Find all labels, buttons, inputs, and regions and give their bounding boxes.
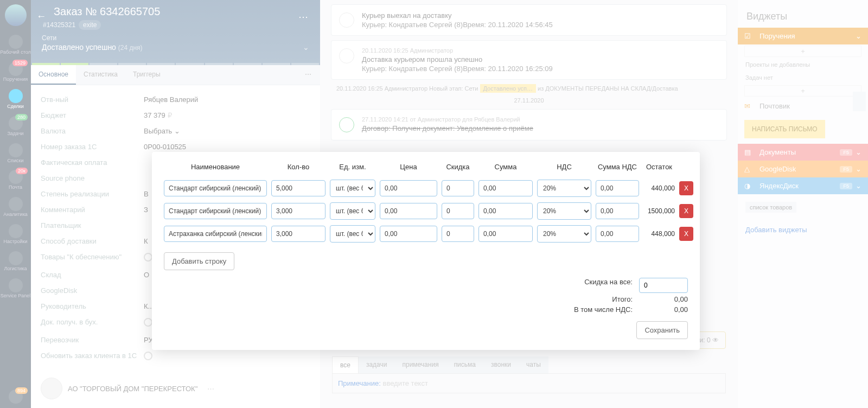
discount-input[interactable] <box>442 203 474 219</box>
unit-select[interactable]: шт. (вес б <box>330 180 375 197</box>
delete-row-button[interactable]: X <box>679 227 693 241</box>
rest-value: 440,000 <box>643 184 675 192</box>
company-block[interactable]: АО "ТОРГОВЫЙ ДОМ "ПЕРЕКРЕСТОК" ⋯ <box>41 378 214 399</box>
name-input[interactable] <box>164 180 267 196</box>
timeline-card: 20.11.2020 16:25 Администратор Доставка … <box>331 40 727 80</box>
logo <box>5 4 27 26</box>
chevron-down-icon: ⌄ <box>856 165 861 173</box>
vatsum-input[interactable] <box>596 180 639 196</box>
timeline-card: 27.11.2020 14:21 от Администратор для Ря… <box>331 109 727 141</box>
nav-desktop[interactable]: Рабочий стол <box>0 31 31 59</box>
rest-value: 1500,000 <box>643 207 675 215</box>
sum-input[interactable] <box>478 226 533 242</box>
company-menu-icon[interactable]: ⋯ <box>207 385 214 393</box>
detail-field[interactable]: Бюджет37 379₽ <box>41 107 310 123</box>
delete-row-button[interactable]: X <box>679 181 693 195</box>
sum-input[interactable] <box>478 203 533 219</box>
qty-input[interactable] <box>271 226 326 242</box>
mail-side-button[interactable] <box>853 92 866 111</box>
detail-field[interactable]: ВалютаВыбрать ⌄ <box>41 123 310 139</box>
col-header: НДС <box>537 163 591 174</box>
nav-settings[interactable]: Настройки <box>0 221 31 248</box>
note-tab-tasks[interactable]: задачи <box>359 356 395 373</box>
note-tab-chats[interactable]: чаты <box>519 356 548 373</box>
goods-list-tag[interactable]: список товаров <box>745 202 796 213</box>
name-input[interactable] <box>164 203 267 219</box>
company-avatar <box>41 378 62 399</box>
vat-select[interactable]: 20% <box>537 202 591 220</box>
vat-select[interactable]: 20% <box>537 225 591 243</box>
chevron-down-icon: ⌄ <box>856 32 861 40</box>
price-input[interactable] <box>380 226 437 242</box>
widget-assignments[interactable]: ☑Поручения⌄ <box>738 28 868 44</box>
company-name: АО "ТОРГОВЫЙ ДОМ "ПЕРЕКРЕСТОК" <box>68 385 197 393</box>
tab-menu-icon[interactable]: ⋯ <box>297 65 320 85</box>
qty-input[interactable] <box>271 203 326 219</box>
sum-input[interactable] <box>478 180 533 196</box>
col-header: Цена <box>380 163 437 174</box>
unit-select[interactable]: шт. (вес б <box>330 225 375 243</box>
widget-yandexdisk[interactable]: ◑ЯндексДискF5⌄ <box>738 177 868 194</box>
unit-select[interactable]: шт. (вес б <box>330 202 375 220</box>
col-header: Остаток <box>643 163 675 174</box>
vatsum-input[interactable] <box>596 203 639 219</box>
widget-mail[interactable]: ✉Почтовик <box>738 98 868 114</box>
detail-field[interactable]: Обновить заказ клиента в 1С <box>41 348 310 366</box>
qty-input[interactable] <box>271 180 326 196</box>
chevron-down-icon[interactable]: ⌄ <box>303 43 309 52</box>
compose-mail-button[interactable]: НАПИСАТЬ ПИСЬМО <box>744 120 825 138</box>
widget-googledisk[interactable]: △GoogleDiskF5⌄ <box>738 161 868 177</box>
doc-icon <box>339 48 354 63</box>
note-tab-mail[interactable]: письма <box>446 356 483 373</box>
note-tab-all[interactable]: все <box>332 356 359 373</box>
timeline-date: 27.11.2020 <box>326 97 732 104</box>
segment-label: Сети <box>42 34 309 42</box>
nav-bottom[interactable]: 894 <box>0 386 31 408</box>
add-row-button[interactable]: Добавить строку <box>164 252 234 270</box>
nav-deals[interactable]: Сделки <box>0 86 31 113</box>
save-button[interactable]: Сохранить <box>636 321 688 339</box>
back-arrow-icon[interactable]: ← <box>36 11 46 22</box>
widget-documents[interactable]: ▤ДокументыF5⌄ <box>738 144 868 161</box>
tab-triggers[interactable]: Триггеры <box>125 65 168 85</box>
note-tab-notes[interactable]: примечания <box>394 356 446 373</box>
nav-logistics[interactable]: Логистика <box>0 248 31 275</box>
nav-service-panel[interactable]: Service Panel <box>0 275 31 302</box>
nav-analytics[interactable]: Аналитика <box>0 194 31 221</box>
name-input[interactable] <box>164 226 267 242</box>
nav-mail[interactable]: 20кПочта <box>0 167 31 194</box>
col-header: Ед. изм. <box>330 163 375 174</box>
note-tab-calls[interactable]: звонки <box>483 356 519 373</box>
col-header: Кол-во <box>271 163 326 174</box>
tag-exite: exite <box>79 20 101 30</box>
doc-icon <box>339 12 354 28</box>
delete-row-button[interactable]: X <box>679 204 693 218</box>
nav-lists[interactable]: Списки <box>0 140 31 167</box>
order-title: Заказ № 6342665705 <box>54 5 309 18</box>
add-widgets-link[interactable]: Добавить виджеты <box>745 226 860 234</box>
tab-main[interactable]: Основное <box>31 65 76 85</box>
note-input[interactable]: Примечание: введите текст <box>332 373 726 393</box>
tab-stats[interactable]: Статистика <box>76 65 125 85</box>
line-items-modal: НаименованиеКол-воЕд. изм.ЦенаСкидкаСумм… <box>152 152 700 350</box>
col-header: Наименование <box>164 163 267 174</box>
col-header: Скидка <box>442 163 474 174</box>
detail-field[interactable]: Отв-ныйРябцев Валерий <box>41 92 310 107</box>
add-button[interactable]: + <box>744 46 861 57</box>
check-icon <box>339 117 354 132</box>
nav-tasks[interactable]: 280Задачи <box>0 113 31 140</box>
chevron-down-icon: ⌄ <box>856 148 861 156</box>
discount-input[interactable] <box>442 226 474 242</box>
discount-all-input[interactable] <box>639 278 688 293</box>
col-header: Сумма <box>478 163 533 174</box>
discount-input[interactable] <box>442 180 474 196</box>
price-input[interactable] <box>380 203 437 219</box>
price-input[interactable] <box>380 180 437 196</box>
vat-select[interactable]: 20% <box>537 180 591 197</box>
add-button[interactable]: + <box>744 85 861 97</box>
chevron-down-icon: ⌄ <box>856 182 861 190</box>
widgets-panel: Виджеты ☑Поручения⌄ + Проекты не добавле… <box>738 0 868 408</box>
eye-off-icon[interactable]: 👁 <box>712 336 719 344</box>
vatsum-input[interactable] <box>596 226 639 242</box>
nav-assignments[interactable]: 1529Поручения <box>0 59 31 86</box>
